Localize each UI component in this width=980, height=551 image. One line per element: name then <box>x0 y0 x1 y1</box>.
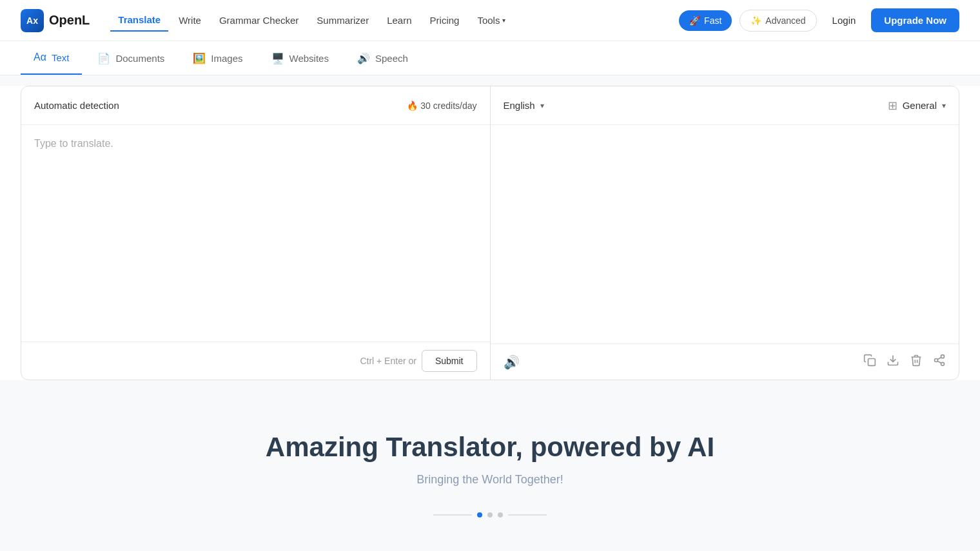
general-selector[interactable]: ⊞ General ▾ <box>888 99 946 113</box>
nav-link-grammar-checker[interactable]: Grammar Checker <box>211 10 306 31</box>
svg-point-3 <box>935 359 938 362</box>
divider-line-left <box>433 514 472 516</box>
tools-chevron-icon: ▾ <box>502 17 505 24</box>
svg-rect-0 <box>868 359 876 366</box>
tabs: Aα Text 📄 Documents 🖼️ Images 🖥️ Website… <box>21 41 959 75</box>
trash-icon[interactable] <box>910 354 923 370</box>
hero-title: Amazing Translator, powered by AI <box>21 432 959 463</box>
speaker-icon[interactable]: 🔊 <box>504 354 520 370</box>
general-label: General <box>903 100 937 111</box>
tab-speech[interactable]: 🔊 Speech <box>344 41 421 75</box>
nav-link-pricing[interactable]: Pricing <box>422 10 467 31</box>
websites-tab-icon: 🖥️ <box>271 52 284 64</box>
credits-badge: 🔥 30 credits/day <box>407 101 476 111</box>
auto-detect-label: Automatic detection <box>34 100 119 111</box>
share-icon[interactable] <box>933 354 946 370</box>
svg-line-5 <box>937 361 941 363</box>
nav-links: Translate Write Grammar Checker Summariz… <box>110 9 513 32</box>
tabs-container: Aα Text 📄 Documents 🖼️ Images 🖥️ Website… <box>0 41 980 75</box>
upgrade-button[interactable]: Upgrade Now <box>871 8 959 32</box>
target-lang-selector[interactable]: English ▾ <box>504 100 544 111</box>
nav-link-summarizer[interactable]: Summarizer <box>309 10 377 31</box>
divider-dot-2 <box>487 512 493 517</box>
divider-dot-3 <box>498 512 503 517</box>
divider-dot-1 <box>477 512 482 517</box>
nav-link-translate[interactable]: Translate <box>110 9 168 32</box>
download-icon[interactable] <box>887 354 899 370</box>
source-footer: Ctrl + Enter or Submit <box>21 342 490 380</box>
svg-point-4 <box>941 362 945 365</box>
text-tab-icon: Aα <box>34 52 46 63</box>
nav-link-tools[interactable]: Tools ▾ <box>469 10 513 31</box>
speech-tab-icon: 🔊 <box>357 52 370 64</box>
source-textarea-wrapper <box>21 125 490 342</box>
copy-icon[interactable] <box>863 354 876 370</box>
tab-images[interactable]: 🖼️ Images <box>180 41 255 75</box>
fast-button[interactable]: 🚀 Fast <box>679 10 732 31</box>
tab-documents[interactable]: 📄 Documents <box>84 41 177 75</box>
advanced-button[interactable]: ✨ Advanced <box>740 10 816 32</box>
tab-text[interactable]: Aα Text <box>21 41 82 75</box>
nav-link-learn[interactable]: Learn <box>379 10 419 31</box>
submit-button[interactable]: Submit <box>422 350 477 372</box>
target-footer: 🔊 <box>491 343 959 380</box>
general-chevron-icon: ▾ <box>942 101 946 110</box>
hero-subtitle: Bringing the World Together! <box>21 473 959 487</box>
target-lang-label: English <box>504 100 535 111</box>
svg-point-2 <box>941 355 945 358</box>
footer-left: Ctrl + Enter or Submit <box>360 350 476 372</box>
target-header: English ▾ ⊞ General ▾ <box>491 86 959 125</box>
source-header: Automatic detection 🔥 30 credits/day <box>21 86 490 125</box>
source-textarea[interactable] <box>34 135 477 331</box>
documents-tab-icon: 📄 <box>97 52 110 64</box>
svg-line-6 <box>937 357 941 359</box>
rocket-icon: 🚀 <box>689 15 700 26</box>
translator-section: Automatic detection 🔥 30 credits/day Ctr… <box>0 86 980 380</box>
hero-divider <box>21 512 959 517</box>
hero-section: Amazing Translator, powered by AI Bringi… <box>0 380 980 551</box>
navbar-left: Ax OpenL Translate Write Grammar Checker… <box>21 9 513 32</box>
grid-icon: ⊞ <box>888 99 897 113</box>
divider-line-right <box>508 514 547 516</box>
translator-left: Automatic detection 🔥 30 credits/day Ctr… <box>21 86 491 380</box>
logo[interactable]: Ax OpenL <box>21 9 90 32</box>
shortcut-text: Ctrl + Enter or <box>360 356 416 366</box>
images-tab-icon: 🖼️ <box>193 52 206 64</box>
footer-actions <box>863 354 946 370</box>
translator-box: Automatic detection 🔥 30 credits/day Ctr… <box>21 86 959 380</box>
navbar-right: 🚀 Fast ✨ Advanced Login Upgrade Now <box>679 8 959 32</box>
login-button[interactable]: Login <box>825 10 864 31</box>
lang-chevron-icon: ▾ <box>540 101 544 110</box>
target-output-area <box>491 125 959 343</box>
navbar: Ax OpenL Translate Write Grammar Checker… <box>0 0 980 41</box>
nav-link-write[interactable]: Write <box>171 10 209 31</box>
sparkles-icon: ✨ <box>750 15 761 26</box>
logo-text: OpenL <box>49 13 90 28</box>
tab-websites[interactable]: 🖥️ Websites <box>259 41 342 75</box>
translator-right: English ▾ ⊞ General ▾ 🔊 <box>491 86 959 380</box>
logo-icon: Ax <box>21 9 44 32</box>
